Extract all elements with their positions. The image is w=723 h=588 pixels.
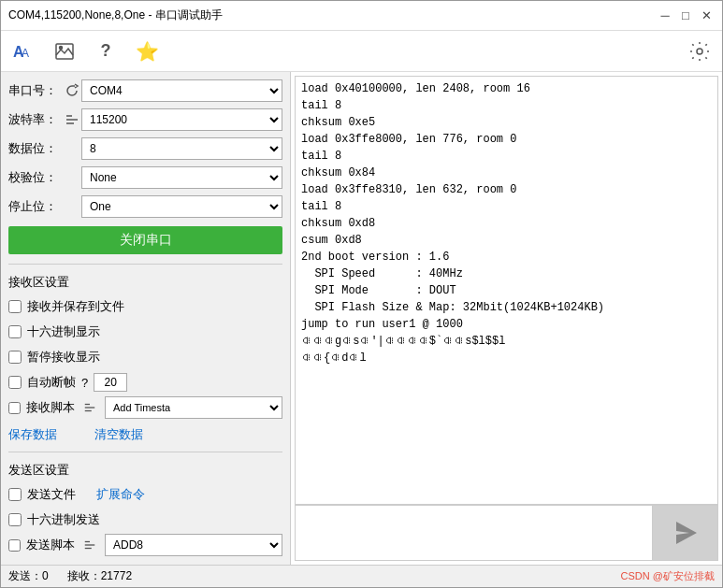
font-icon[interactable]: A A: [10, 38, 36, 65]
recv-hex-row: 十六进制显示: [8, 321, 282, 343]
port-select[interactable]: COM4: [81, 79, 282, 102]
svg-point-4: [697, 49, 702, 54]
terminal-line: chksum 0xd8: [301, 215, 712, 232]
emoji-icon[interactable]: ⭐: [134, 38, 160, 65]
recv-hex-label: 十六进制显示: [27, 323, 100, 340]
send-script-icon: [80, 536, 99, 554]
recv-script-select[interactable]: Add Timesta: [105, 396, 282, 419]
terminal-line: SPI Speed : 40MHz: [301, 265, 712, 282]
send-count: 0: [42, 569, 49, 582]
toolbar-left: A A ? ⭐: [10, 38, 160, 65]
window-controls: ─ □ ✕: [657, 7, 715, 24]
recv-script-checkbox[interactable]: [8, 402, 21, 414]
terminal-line: load 0x40100000, len 2408, room 16: [301, 80, 712, 97]
send-file-label: 发送文件: [27, 486, 76, 503]
send-input[interactable]: [296, 506, 648, 560]
auto-disconnect-label: 自动断帧: [27, 374, 76, 391]
stopbits-spacer: [63, 197, 81, 216]
send-script-label: 发送脚本: [26, 537, 75, 553]
link-row: 保存数据 清空数据: [8, 423, 282, 446]
toolbar: A A ? ⭐: [1, 31, 722, 72]
recv-save-row: 接收并保存到文件: [8, 295, 282, 318]
baud-select[interactable]: 115200: [81, 108, 282, 131]
auto-disconnect-number[interactable]: 20: [94, 373, 127, 392]
main-content: 串口号： COM4 波特率：: [1, 72, 722, 565]
stopbits-row: 停止位： One: [8, 194, 282, 220]
stopbits-label: 停止位：: [8, 198, 63, 215]
port-row: 串口号： COM4: [8, 78, 282, 104]
parity-select[interactable]: None: [81, 166, 282, 189]
terminal-line: SPI Mode : DOUT: [301, 282, 712, 299]
send-script-checkbox[interactable]: [8, 539, 21, 552]
status-bar: 发送：0 接收：21772 CSDN @矿安位排截: [1, 565, 722, 587]
send-file-checkbox[interactable]: [8, 488, 22, 501]
help-icon[interactable]: ?: [93, 38, 119, 65]
left-panel: 串口号： COM4 波特率：: [1, 72, 291, 565]
recv-label: 接收：: [67, 569, 101, 582]
refresh-icon[interactable]: [63, 81, 81, 100]
recv-script-row: 接收脚本 Add Timesta: [8, 396, 282, 419]
terminal-line: csum 0xd8: [301, 232, 712, 249]
script-icon: [80, 398, 99, 417]
recv-hex-checkbox[interactable]: [8, 325, 22, 338]
brand-label: CSDN @矿安位排截: [621, 569, 715, 583]
hex-send-row: 十六进制发送: [8, 509, 282, 531]
svg-point-3: [60, 46, 63, 49]
maximize-button[interactable]: □: [677, 7, 694, 24]
recv-count: 21772: [101, 569, 132, 582]
terminal-line: load 0x3ffe8310, len 632, room 0: [301, 181, 712, 198]
parity-spacer: [63, 168, 81, 187]
recv-script-label: 接收脚本: [26, 399, 75, 416]
parity-label: 校验位：: [8, 169, 63, 186]
main-window: COM4,115200,None,8,One - 串口调试助手 ─ □ ✕ A …: [0, 0, 723, 588]
recv-pause-row: 暂停接收显示: [8, 346, 282, 368]
databits-row: 数据位： 8: [8, 136, 282, 162]
terminal-line: jump to run user1 @ 1000: [301, 316, 712, 333]
minimize-button[interactable]: ─: [657, 7, 673, 24]
expand-cmd-link[interactable]: 扩展命令: [96, 486, 145, 503]
recv-pause-checkbox[interactable]: [8, 351, 22, 364]
terminal-line: tail 8: [301, 148, 712, 165]
send-script-row: 发送脚本 ADD8: [8, 534, 282, 556]
auto-disconnect-row: 自动断帧 ? 20: [8, 371, 282, 394]
recv-pause-label: 暂停接收显示: [27, 349, 100, 366]
terminal-line: chksum 0x84: [301, 165, 712, 181]
recv-count-label: 接收：21772: [67, 568, 132, 584]
image-icon[interactable]: [51, 38, 78, 65]
auto-disconnect-help[interactable]: ?: [81, 376, 88, 390]
recv-save-checkbox[interactable]: [8, 300, 22, 313]
close-button[interactable]: ✕: [698, 7, 715, 24]
parity-row: 校验位： None: [8, 165, 282, 191]
svg-marker-14: [676, 522, 697, 544]
terminal-line: SPI Flash Size & Map: 32Mbit(1024KB+1024…: [301, 299, 712, 316]
databits-spacer: [63, 139, 81, 158]
send-section-title: 发送区设置: [8, 462, 282, 479]
terminal-line: ꆠꆠꆠgꆠsꆠ'|ꆠꆠꆠꆠ$`ꆠꆠs$l$$l: [301, 333, 712, 350]
save-data-link[interactable]: 保存数据: [8, 426, 57, 443]
send-script-select[interactable]: ADD8: [105, 534, 282, 556]
baud-row: 波特率： 115200: [8, 107, 282, 133]
window-title: COM4,115200,None,8,One - 串口调试助手: [8, 7, 223, 23]
port-label: 串口号：: [8, 82, 63, 99]
databits-label: 数据位：: [8, 140, 63, 157]
recv-section-title: 接收区设置: [8, 274, 282, 291]
title-bar: COM4,115200,None,8,One - 串口调试助手 ─ □ ✕: [1, 1, 722, 31]
settings-icon[interactable]: [687, 38, 713, 65]
auto-disconnect-checkbox[interactable]: [8, 376, 22, 389]
recv-save-label: 接收并保存到文件: [27, 298, 124, 315]
send-button[interactable]: [652, 506, 717, 560]
baud-label: 波特率：: [8, 111, 63, 128]
close-port-button[interactable]: 关闭串口: [8, 226, 282, 254]
svg-text:A: A: [22, 47, 29, 60]
terminal-line: ꆠꆠ{ꆠdꆠl: [301, 350, 712, 366]
hex-send-checkbox[interactable]: [8, 513, 22, 526]
send-count-label: 发送：0: [8, 568, 49, 584]
send-label: 发送：: [8, 569, 42, 582]
hex-send-label: 十六进制发送: [27, 511, 100, 528]
clear-data-link[interactable]: 清空数据: [94, 426, 143, 443]
terminal-line: 2nd boot version : 1.6: [301, 249, 712, 265]
terminal-line: tail 8: [301, 198, 712, 215]
stopbits-select[interactable]: One: [81, 195, 282, 218]
databits-select[interactable]: 8: [81, 137, 282, 160]
terminal-line: chksum 0xe5: [301, 114, 712, 131]
